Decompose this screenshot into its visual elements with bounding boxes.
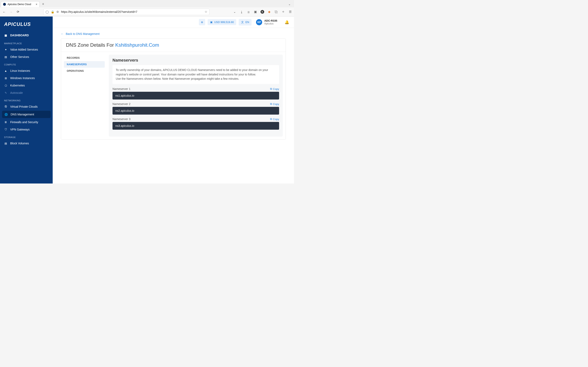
- nameserver-value: ns2.apiculus.io: [112, 107, 279, 115]
- globe-icon: 🌐: [4, 113, 8, 116]
- back-link[interactable]: ← Back to DNS Management: [61, 32, 100, 35]
- sidebar-label: Block Volumes: [10, 142, 29, 145]
- reader-icon[interactable]: ▣: [254, 10, 257, 14]
- library-icon[interactable]: ⫼: [247, 10, 250, 14]
- new-tab-button[interactable]: +: [40, 1, 46, 7]
- nameserver-value: ns1.apiculus.io: [112, 92, 279, 100]
- copy-icon: ⧉: [270, 117, 272, 121]
- lock-icon: 🔒: [51, 10, 54, 13]
- nav-bar: ← → ⟳ ◯ 🔒 ⚙ https://try.apiculus.io/site…: [0, 7, 294, 16]
- sidebar-item-vas[interactable]: ✦ Value Added Services: [0, 46, 53, 53]
- notifications-icon[interactable]: 🔔: [285, 20, 289, 25]
- firewall-icon: ⛨: [4, 120, 7, 124]
- subnav: RECORDS NAMESERVERS OPERATIONS: [64, 55, 105, 137]
- sidebar-item-windows[interactable]: ⊞ Windows Instances: [0, 75, 53, 82]
- user-menu[interactable]: KP ADC-R335 Apiculus: [256, 19, 277, 25]
- sidebar-label: Windows Instances: [10, 76, 35, 80]
- browser-tab[interactable]: Apiculus Demo Cloud ×: [1, 1, 40, 7]
- tab-operations[interactable]: OPERATIONS: [64, 68, 105, 74]
- tab-bar: Apiculus Demo Cloud × + ⌄: [0, 0, 294, 7]
- sidebar-item-dashboard[interactable]: ▦ DASHBOARD: [0, 31, 53, 39]
- sidebar-item-autoscale[interactable]: ✎ Autoscale: [0, 89, 53, 96]
- help-button[interactable]: ⊕: [199, 19, 205, 25]
- sidebar-item-vpn[interactable]: ⛉ VPN Gateways: [0, 126, 53, 133]
- vpc-icon: ⾻: [4, 105, 7, 108]
- extensions-icon[interactable]: ✧: [281, 10, 285, 14]
- dashboard-icon: ▦: [4, 34, 7, 37]
- sidebar-label: Autoscale: [10, 91, 23, 94]
- sidebar-section-networking: NETWORKING: [0, 96, 53, 103]
- vpn-icon: ⛉: [4, 128, 7, 131]
- sidebar-item-other[interactable]: ▤ Other Services: [0, 53, 53, 60]
- windows-icon: ⊞: [4, 76, 7, 80]
- sidebar-section-compute: COMPUTE: [0, 60, 53, 67]
- extension-tray: ⌄ ⭳ ⫼ ▣ K ◆ ⿻ ✧ ☰: [233, 10, 292, 14]
- address-bar[interactable]: ◯ 🔒 ⚙ https://try.apiculus.io/site/#/dom…: [43, 8, 209, 15]
- grid-icon: ▤: [4, 55, 7, 58]
- menu-icon[interactable]: ☰: [288, 10, 292, 14]
- sidebar-item-firewall[interactable]: ⛨ Firewalls and Security: [0, 118, 53, 126]
- sidebar-label: Firewalls and Security: [10, 120, 38, 124]
- tab-close-icon[interactable]: ×: [36, 3, 37, 6]
- back-link-label: Back to DNS Management: [66, 32, 100, 35]
- services-icon: ✦: [4, 48, 7, 51]
- downloads-icon[interactable]: ⭳: [240, 10, 243, 14]
- tab-nameservers[interactable]: NAMESERVERS: [64, 61, 105, 68]
- wallet-icon: ▣: [210, 21, 213, 24]
- tabs-overflow-icon[interactable]: ⌄: [286, 1, 293, 7]
- sidebar-item-block[interactable]: ▤ Block Volumes: [0, 140, 53, 147]
- sidebar-item-linux[interactable]: ▲ Linux Instances: [0, 67, 53, 75]
- sidebar-item-dns[interactable]: 🌐 DNS Management: [2, 111, 51, 118]
- shield-icon: ◯: [45, 10, 49, 13]
- tab-records[interactable]: RECORDS: [64, 55, 105, 61]
- copy-button[interactable]: ⧉ Copy: [270, 102, 279, 106]
- info-box: To verify ownership of your domains, API…: [112, 65, 279, 84]
- logo-text: APICULUS: [4, 21, 49, 27]
- copy-button[interactable]: ⧉ Copy: [270, 117, 279, 121]
- user-text: ADC-R335 Apiculus: [264, 19, 277, 25]
- user-org: Apiculus: [264, 22, 277, 25]
- tab-title: Apiculus Demo Cloud: [8, 3, 31, 6]
- panel-body: RECORDS NAMESERVERS OPERATIONS Nameserve…: [61, 52, 286, 140]
- nameserver-block-1: Nameserver 1 ⧉ Copy ns1.apiculus.io: [112, 87, 279, 100]
- back-button[interactable]: ←: [2, 10, 6, 14]
- sidebar-item-k8s[interactable]: ⬡ Kubernetes: [0, 82, 53, 89]
- reload-button[interactable]: ⟳: [16, 10, 20, 14]
- kubernetes-icon: ⬡: [4, 84, 7, 87]
- sidebar-section-marketplace: MARKETPLACE: [0, 39, 53, 46]
- content: ← Back to DNS Management DNS Zone Detail…: [53, 28, 294, 184]
- permissions-icon: ⚙: [56, 10, 59, 13]
- lifebuoy-icon: ⊕: [201, 21, 203, 24]
- copy-button[interactable]: ⧉ Copy: [270, 87, 279, 91]
- copy-icon: ⧉: [270, 102, 272, 106]
- sidebar-label: DASHBOARD: [10, 34, 29, 37]
- pocket-icon[interactable]: ⌄: [233, 10, 236, 14]
- sidebar-label: VPN Gateways: [10, 128, 30, 131]
- main: ⊕ ▣ USD 999,519.80 文 EN KP ADC-R335 Apic…: [53, 17, 294, 184]
- detail-pane: Nameservers To verify ownership of your …: [109, 55, 283, 137]
- extension-crop-icon[interactable]: ⿻: [274, 10, 278, 14]
- sidebar: APICULUS ▦ DASHBOARD MARKETPLACE ✦ Value…: [0, 17, 53, 184]
- bookmark-star-icon[interactable]: ☆: [205, 10, 207, 14]
- nameserver-block-2: Nameserver 2 ⧉ Copy ns2.apiculus.io: [112, 102, 279, 115]
- balance-pill[interactable]: ▣ USD 999,519.80: [208, 19, 236, 25]
- sidebar-item-vpc[interactable]: ⾻ Virtual Private Clouds: [0, 103, 53, 110]
- page-title: DNS Zone Details For Kshitishpurohit.Com: [66, 42, 281, 48]
- balance-text: USD 999,519.80: [214, 21, 234, 24]
- domain-name: Kshitishpurohit.Com: [115, 42, 159, 48]
- tab-favicon: [3, 3, 6, 6]
- copy-label: Copy: [273, 118, 279, 121]
- extension-k-icon[interactable]: K: [260, 10, 264, 14]
- user-name: ADC-R335: [264, 19, 277, 22]
- sidebar-label: Value Added Services: [10, 48, 38, 51]
- copy-label: Copy: [273, 87, 279, 91]
- language-text: EN: [245, 21, 249, 24]
- nameserver-label: Nameserver 1: [112, 87, 130, 91]
- info-line-1: To verify ownership of your domains, API…: [116, 68, 276, 77]
- language-pill[interactable]: 文 EN: [239, 19, 251, 25]
- metamask-icon[interactable]: ◆: [268, 10, 271, 14]
- translate-icon: 文: [241, 20, 244, 24]
- nameserver-label: Nameserver 2: [112, 102, 130, 106]
- forward-button[interactable]: →: [9, 10, 13, 14]
- sidebar-label: Kubernetes: [10, 84, 25, 87]
